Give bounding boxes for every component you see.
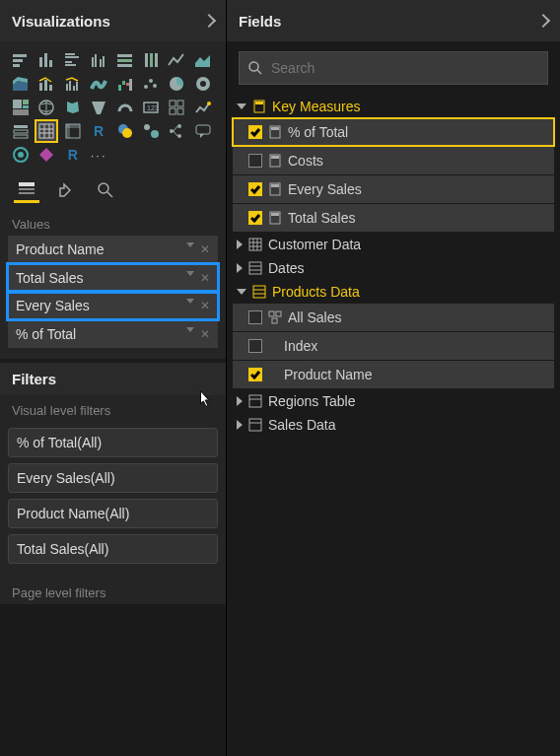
r-visual-icon[interactable]: R	[88, 120, 109, 142]
slicer-icon[interactable]	[10, 120, 32, 142]
scatter-icon[interactable]	[140, 73, 162, 95]
stacked-area-icon[interactable]	[10, 73, 32, 95]
stacked-bar-icon[interactable]	[10, 49, 32, 71]
remove-icon[interactable]: ✕	[200, 299, 210, 312]
well-total-sales[interactable]: Total Sales ✕	[8, 264, 218, 292]
line-chart-icon[interactable]	[166, 49, 187, 71]
analytics-mode-tab[interactable]	[93, 177, 118, 203]
svg-rect-48	[170, 101, 175, 106]
svg-rect-105	[269, 311, 274, 316]
card-icon[interactable]: 123	[140, 97, 162, 118]
search-input[interactable]	[271, 60, 539, 76]
decomposition-icon[interactable]	[166, 120, 187, 142]
field-every-sales[interactable]: Every Sales	[233, 175, 554, 203]
powerapps-icon[interactable]	[35, 144, 57, 166]
field-costs[interactable]: Costs	[233, 147, 554, 174]
donut-icon[interactable]	[192, 73, 214, 95]
arcgis-icon[interactable]	[10, 144, 32, 166]
table-customer-data[interactable]: Customer Data	[233, 233, 554, 256]
checkbox-off-icon[interactable]	[248, 339, 262, 353]
svg-rect-19	[155, 53, 158, 67]
field-label: Total Sales	[288, 210, 355, 226]
well-percent-total[interactable]: % of Total ✕	[8, 320, 218, 348]
field-percent-total[interactable]: % of Total	[233, 118, 554, 146]
measure-icon	[268, 211, 282, 225]
field-all-sales[interactable]: All Sales	[233, 304, 554, 331]
filter-total-sales[interactable]: Total Sales(All)	[8, 534, 218, 564]
waterfall-icon[interactable]	[114, 73, 136, 95]
dropdown-icon[interactable]	[186, 327, 194, 332]
svg-rect-54	[14, 130, 28, 133]
line-column-icon[interactable]	[35, 73, 57, 95]
qa-icon[interactable]	[192, 120, 214, 142]
table-sales-data[interactable]: Sales Data	[233, 413, 554, 437]
well-every-sales[interactable]: Every Sales ✕	[8, 292, 218, 319]
dropdown-icon[interactable]	[186, 299, 194, 304]
field-index[interactable]: Index	[233, 332, 554, 360]
r-script-icon[interactable]: R	[62, 144, 84, 166]
chevron-right-icon[interactable]	[202, 14, 216, 28]
checkbox-off-icon[interactable]	[248, 310, 262, 324]
clustered-column-icon[interactable]	[88, 49, 109, 71]
checkbox-on-icon[interactable]	[248, 182, 262, 196]
map-icon[interactable]	[35, 97, 57, 118]
clustered-bar-icon[interactable]	[62, 49, 84, 71]
pie-icon[interactable]	[166, 73, 187, 95]
remove-icon[interactable]: ✕	[200, 327, 210, 341]
line-cluster-icon[interactable]	[62, 73, 84, 95]
py-visual-icon[interactable]	[114, 120, 136, 142]
triangle-right-icon	[237, 240, 243, 249]
well-item-label: Total Sales	[16, 270, 83, 286]
svg-rect-15	[117, 59, 132, 62]
field-product-name[interactable]: Product Name	[233, 361, 554, 388]
funnel-icon[interactable]	[88, 97, 109, 118]
table-key-measures[interactable]: Key Measures	[233, 95, 554, 118]
field-label: Product Name	[284, 367, 372, 382]
multi-card-icon[interactable]	[166, 97, 187, 118]
hundred-bar-icon[interactable]	[114, 49, 136, 71]
svg-rect-51	[177, 108, 183, 114]
checkbox-off-icon[interactable]	[248, 154, 262, 168]
svg-line-72	[174, 131, 177, 136]
gauge-icon[interactable]	[114, 97, 136, 118]
svg-rect-32	[126, 83, 129, 86]
key-influencers-icon[interactable]	[140, 120, 162, 142]
well-product-name[interactable]: Product Name ✕	[8, 236, 218, 263]
fields-mode-tab[interactable]	[14, 177, 39, 203]
table-viz-icon[interactable]	[35, 120, 57, 142]
more-visuals-icon[interactable]: ···	[88, 144, 109, 166]
matrix-icon[interactable]	[62, 120, 84, 142]
format-mode-tab[interactable]	[53, 177, 79, 203]
treemap-icon[interactable]	[10, 97, 32, 118]
dropdown-icon[interactable]	[186, 242, 194, 247]
checkbox-on-icon[interactable]	[248, 125, 262, 139]
svg-rect-108	[249, 395, 261, 407]
table-regions[interactable]: Regions Table	[233, 389, 554, 413]
area-chart-icon[interactable]	[192, 49, 214, 71]
stacked-column-icon[interactable]	[35, 49, 57, 71]
viz-gallery: 123 R R ···	[0, 41, 226, 172]
svg-rect-25	[49, 85, 52, 91]
svg-point-70	[177, 134, 181, 138]
filter-every-sales[interactable]: Every Sales(All)	[8, 463, 218, 493]
dropdown-icon[interactable]	[186, 271, 194, 276]
svg-line-71	[174, 126, 177, 131]
table-products-data[interactable]: Products Data	[233, 280, 554, 304]
remove-icon[interactable]: ✕	[200, 271, 210, 285]
filter-product-name[interactable]: Product Name(All)	[8, 499, 218, 528]
filled-map-icon[interactable]	[62, 97, 84, 118]
remove-icon[interactable]: ✕	[200, 242, 210, 256]
filter-percent-total[interactable]: % of Total(All)	[8, 428, 218, 457]
table-dates[interactable]: Dates	[233, 256, 554, 280]
checkbox-on-icon[interactable]	[248, 211, 262, 225]
svg-rect-8	[65, 61, 72, 63]
checkbox-on-icon[interactable]	[248, 368, 262, 381]
search-box[interactable]	[239, 51, 548, 85]
svg-rect-33	[129, 79, 132, 91]
chevron-right-icon[interactable]	[536, 14, 550, 28]
kpi-icon[interactable]	[192, 97, 214, 118]
ribbon-icon[interactable]	[88, 73, 109, 95]
field-total-sales[interactable]: Total Sales	[233, 204, 554, 232]
svg-point-68	[170, 129, 174, 133]
hundred-column-icon[interactable]	[140, 49, 162, 71]
